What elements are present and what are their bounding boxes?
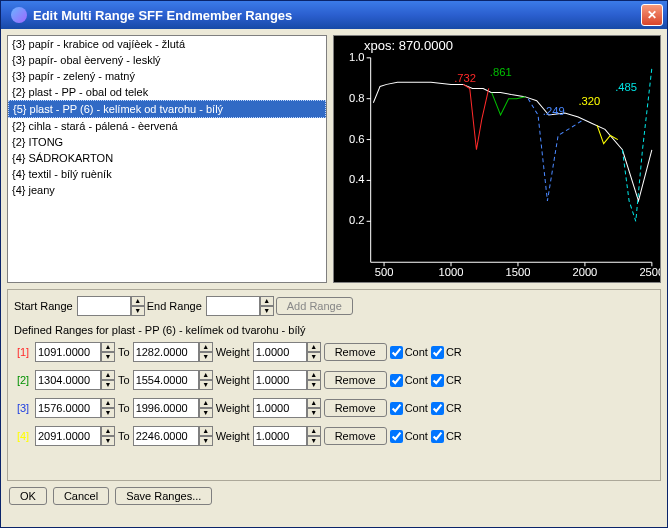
window-title: Edit Multi Range SFF Endmember Ranges	[33, 8, 641, 23]
spin-up-icon[interactable]: ▲	[101, 342, 115, 352]
cancel-button[interactable]: Cancel	[53, 487, 109, 505]
to-label: To	[118, 402, 130, 414]
spin-up-icon[interactable]: ▲	[307, 342, 321, 352]
titlebar: Edit Multi Range SFF Endmember Ranges ✕	[1, 1, 667, 29]
cont-checkbox[interactable]: Cont	[390, 430, 428, 443]
spin-up-icon[interactable]: ▲	[307, 398, 321, 408]
range-start-input[interactable]	[35, 426, 101, 446]
svg-text:0.2: 0.2	[349, 214, 365, 226]
weight-label: Weight	[216, 374, 250, 386]
svg-text:1500: 1500	[506, 266, 531, 278]
svg-text:0.4: 0.4	[349, 174, 365, 186]
chart-xpos-label: xpos: 870.0000	[364, 38, 453, 53]
spin-down-icon[interactable]: ▼	[307, 408, 321, 418]
close-button[interactable]: ✕	[641, 4, 663, 26]
spin-up-icon[interactable]: ▲	[199, 398, 213, 408]
add-range-button[interactable]: Add Range	[276, 297, 353, 315]
svg-text:.485: .485	[615, 81, 637, 93]
range-row: [2]▲▼To▲▼Weight▲▼Remove Cont CR	[14, 370, 650, 390]
cont-checkbox[interactable]: Cont	[390, 402, 428, 415]
spin-down-icon[interactable]: ▼	[131, 306, 145, 316]
end-range-label: End Range	[147, 300, 202, 312]
list-item[interactable]: {3} papír - krabice od vajíèek - žlutá	[8, 36, 326, 52]
svg-text:500: 500	[375, 266, 394, 278]
spin-down-icon[interactable]: ▼	[101, 380, 115, 390]
list-item[interactable]: {3} papír- obal èervený - lesklý	[8, 52, 326, 68]
cr-checkbox[interactable]: CR	[431, 374, 462, 387]
save-ranges-button[interactable]: Save Ranges...	[115, 487, 212, 505]
spin-up-icon[interactable]: ▲	[101, 370, 115, 380]
cont-checkbox[interactable]: Cont	[390, 374, 428, 387]
range-start-input[interactable]	[35, 342, 101, 362]
spin-down-icon[interactable]: ▼	[101, 436, 115, 446]
ranges-list[interactable]: [1]▲▼To▲▼Weight▲▼Remove Cont CR[2]▲▼To▲▼…	[14, 342, 654, 474]
range-end-input[interactable]	[133, 398, 199, 418]
spin-down-icon[interactable]: ▼	[101, 352, 115, 362]
list-item[interactable]: {2} ITONG	[8, 134, 326, 150]
range-end-input[interactable]	[133, 342, 199, 362]
range-index-label: [1]	[14, 346, 32, 358]
end-range-input[interactable]	[206, 296, 260, 316]
chart-svg: 0.20.40.60.81.05001000150020002500.732.8…	[334, 36, 660, 282]
weight-label: Weight	[216, 430, 250, 442]
weight-label: Weight	[216, 346, 250, 358]
app-icon	[11, 7, 27, 23]
cont-checkbox[interactable]: Cont	[390, 346, 428, 359]
list-item[interactable]: {3} papír - zelený - matný	[8, 68, 326, 84]
spin-up-icon[interactable]: ▲	[260, 296, 274, 306]
spin-down-icon[interactable]: ▼	[199, 352, 213, 362]
svg-text:.320: .320	[579, 96, 601, 108]
spin-up-icon[interactable]: ▲	[131, 296, 145, 306]
range-end-input[interactable]	[133, 426, 199, 446]
remove-range-button[interactable]: Remove	[324, 343, 387, 361]
cr-checkbox[interactable]: CR	[431, 430, 462, 443]
ranges-panel: Start Range ▲▼ End Range ▲▼ Add Range De…	[7, 289, 661, 481]
range-row: [3]▲▼To▲▼Weight▲▼Remove Cont CR	[14, 398, 650, 418]
remove-range-button[interactable]: Remove	[324, 399, 387, 417]
list-item[interactable]: {4} jeany	[8, 182, 326, 198]
cr-checkbox[interactable]: CR	[431, 346, 462, 359]
defined-ranges-label: Defined Ranges for plast - PP (6) - kelí…	[14, 324, 654, 336]
spectral-chart[interactable]: xpos: 870.0000 0.20.40.60.81.05001000150…	[333, 35, 661, 283]
spin-up-icon[interactable]: ▲	[199, 426, 213, 436]
spin-up-icon[interactable]: ▲	[199, 342, 213, 352]
remove-range-button[interactable]: Remove	[324, 427, 387, 445]
spin-down-icon[interactable]: ▼	[307, 380, 321, 390]
list-item[interactable]: {4} SÁDROKARTON	[8, 150, 326, 166]
spin-up-icon[interactable]: ▲	[101, 426, 115, 436]
spin-down-icon[interactable]: ▼	[199, 408, 213, 418]
svg-text:0.8: 0.8	[349, 92, 365, 104]
list-item[interactable]: {2} cihla - stará - pálená - èervená	[8, 118, 326, 134]
spin-up-icon[interactable]: ▲	[101, 398, 115, 408]
range-start-input[interactable]	[35, 398, 101, 418]
cr-checkbox[interactable]: CR	[431, 402, 462, 415]
spin-down-icon[interactable]: ▼	[307, 436, 321, 446]
to-label: To	[118, 346, 130, 358]
ok-button[interactable]: OK	[9, 487, 47, 505]
start-range-input[interactable]	[77, 296, 131, 316]
range-start-input[interactable]	[35, 370, 101, 390]
remove-range-button[interactable]: Remove	[324, 371, 387, 389]
to-label: To	[118, 430, 130, 442]
spin-up-icon[interactable]: ▲	[307, 426, 321, 436]
list-item[interactable]: {4} textil - bílý ruèník	[8, 166, 326, 182]
range-weight-input[interactable]	[253, 398, 307, 418]
svg-text:.249: .249	[543, 105, 565, 117]
spin-down-icon[interactable]: ▼	[260, 306, 274, 316]
range-weight-input[interactable]	[253, 426, 307, 446]
list-item[interactable]: {5} plast - PP (6) - kelímek od tvarohu …	[8, 100, 326, 118]
list-item[interactable]: {2} plast - PP - obal od telek	[8, 84, 326, 100]
spin-up-icon[interactable]: ▲	[307, 370, 321, 380]
spin-down-icon[interactable]: ▼	[199, 436, 213, 446]
range-weight-input[interactable]	[253, 370, 307, 390]
range-weight-input[interactable]	[253, 342, 307, 362]
range-entry-row: Start Range ▲▼ End Range ▲▼ Add Range	[14, 296, 654, 316]
weight-label: Weight	[216, 402, 250, 414]
range-index-label: [2]	[14, 374, 32, 386]
spin-down-icon[interactable]: ▼	[307, 352, 321, 362]
range-end-input[interactable]	[133, 370, 199, 390]
spin-up-icon[interactable]: ▲	[199, 370, 213, 380]
spin-down-icon[interactable]: ▼	[101, 408, 115, 418]
spin-down-icon[interactable]: ▼	[199, 380, 213, 390]
endmember-listbox[interactable]: {3} papír - krabice od vajíèek - žlutá{3…	[7, 35, 327, 283]
